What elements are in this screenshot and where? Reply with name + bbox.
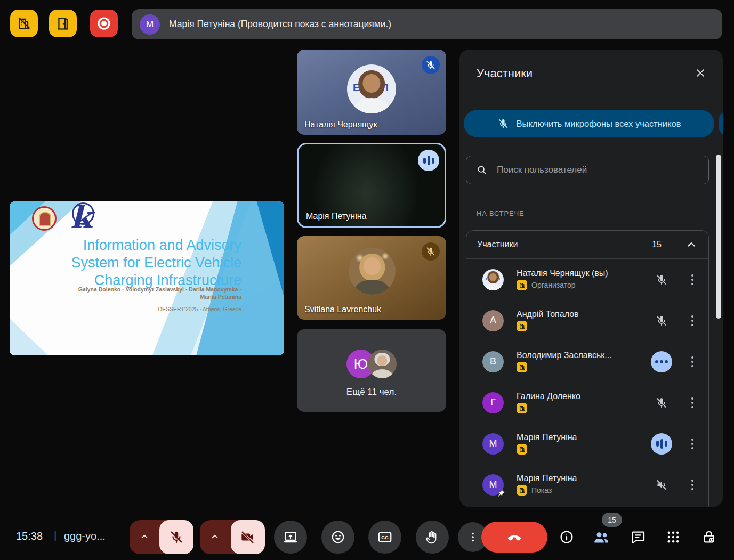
participants-panel: Участники Выключить микрофоны всех участ…	[459, 50, 723, 507]
avatar-photo	[349, 248, 396, 295]
video-tile-maria-speaking[interactable]: Марія Петуніна	[297, 143, 446, 228]
participant-name: Галина Доленко	[517, 392, 651, 401]
meeting-details-button[interactable]	[557, 527, 576, 547]
search-icon	[476, 164, 488, 176]
tile-name: Наталія Чернящук	[304, 120, 377, 129]
more-options-icon[interactable]	[686, 269, 699, 290]
chat-button[interactable]	[628, 527, 648, 547]
slide-venue: DESSERT'2025 · Athens, Greece	[66, 306, 241, 312]
shared-presentation[interactable]: k Information and Advisory System for El…	[10, 201, 284, 355]
group-title: Участники	[477, 240, 652, 249]
group-count: 15	[652, 240, 662, 249]
slide-title: Information and Advisory System for Elec…	[54, 237, 241, 290]
more-options-icon[interactable]	[686, 474, 699, 496]
present-screen-button[interactable]	[274, 521, 307, 554]
divider: |	[54, 529, 57, 541]
mic-off-icon	[651, 269, 672, 290]
captions-button[interactable]: CC	[368, 521, 401, 554]
end-call-button[interactable]	[481, 522, 547, 553]
participant-name: Володимир Заславськ...	[517, 351, 651, 360]
people-panel-button[interactable]	[592, 527, 611, 547]
university-seal-logo	[32, 206, 57, 231]
chevron-up-icon	[685, 238, 698, 251]
participant-row: Г Галина Доленко	[466, 382, 708, 423]
mic-off-icon	[651, 392, 672, 413]
companion-badge-icon	[517, 444, 527, 455]
more-options-icon[interactable]	[686, 392, 699, 413]
search-box	[466, 156, 709, 184]
mic-off-icon	[497, 118, 509, 129]
reactions-button[interactable]	[321, 521, 354, 554]
end-call-icon	[506, 529, 523, 546]
presenter-banner: M Марія Петуніна (Проводится показ с анн…	[132, 9, 722, 39]
audio-activity-indicator	[651, 351, 672, 372]
mute-all-more-button[interactable]	[719, 110, 723, 137]
mute-all-button[interactable]: Выключить микрофоны всех участников	[464, 110, 714, 137]
companion-badge-icon	[517, 362, 527, 372]
companion-badge-icon	[517, 280, 527, 290]
participant-row: В Володимир Заславськ...	[466, 341, 708, 382]
speaking-indicator	[651, 433, 672, 455]
people-count-badge: 15	[602, 513, 622, 527]
chevron-up-icon[interactable]	[209, 531, 221, 542]
apps-grid-icon	[666, 530, 681, 545]
host-controls-lock-icon	[701, 529, 717, 545]
door-icon	[55, 16, 70, 31]
more-options-icon[interactable]	[686, 351, 699, 372]
svg-text:CC: CC	[381, 535, 389, 540]
participant-name: Андрій Топалов	[517, 310, 651, 319]
participant-row: М Марія Петуніна	[466, 423, 708, 464]
participant-row: ЕРГ П Наталія Чернящук (вы) Организатор	[466, 259, 708, 300]
camera-control	[200, 520, 265, 554]
participant-role: Организатор	[531, 281, 576, 289]
chevron-up-icon[interactable]	[139, 531, 150, 542]
k-script-logo: k	[65, 201, 97, 237]
camera-off-button[interactable]	[231, 520, 265, 554]
panel-scrollbar[interactable]	[716, 155, 721, 319]
clock: 15:38	[16, 530, 43, 542]
mic-off-indicator	[422, 242, 440, 261]
present-icon	[283, 530, 298, 545]
emoji-icon	[330, 529, 346, 545]
companion-off-button[interactable]	[10, 10, 38, 37]
mic-off-icon	[651, 310, 672, 331]
avatar: В	[482, 351, 504, 372]
tile-name: Марія Петуніна	[306, 212, 366, 221]
more-options-icon[interactable]	[686, 310, 699, 331]
mic-control	[130, 520, 193, 554]
speaking-indicator	[418, 150, 439, 171]
meeting-code: ggg-yo...	[64, 530, 106, 542]
mic-off-indicator	[422, 56, 440, 74]
video-tile-natalia[interactable]: ЕРГ П Наталія Чернящук	[297, 50, 446, 135]
host-controls-button[interactable]	[699, 527, 719, 547]
activities-button[interactable]	[664, 527, 683, 547]
participant-name: Марія Петуніна	[517, 474, 651, 483]
more-people-label: Ещё 11 чел.	[297, 387, 446, 397]
tile-name: Svitlana Lavrenchuk	[304, 305, 381, 314]
raise-hand-button[interactable]	[416, 521, 449, 554]
slide-authors: Galyna Dolenko · Volodymyr Zaslavskyi · …	[66, 286, 241, 301]
panel-title: Участники	[477, 67, 533, 80]
audio-off-icon	[651, 474, 672, 496]
chat-icon	[630, 529, 646, 545]
close-icon[interactable]	[693, 66, 708, 80]
avatar-photo: ЕРГ П	[482, 269, 504, 290]
search-input[interactable]	[496, 164, 699, 176]
captions-icon: CC	[377, 529, 393, 545]
presenter-avatar: M	[140, 14, 160, 35]
avatar: М	[482, 433, 504, 455]
companion-badge-icon	[517, 485, 527, 496]
avatar-photo	[368, 350, 397, 378]
leave-room-button[interactable]	[49, 10, 77, 37]
participant-name: Марія Петуніна	[517, 433, 651, 442]
participant-name: Наталія Чернящук (вы)	[517, 269, 651, 278]
participant-row: М Марія Петуніна	[466, 464, 708, 505]
people-icon	[593, 529, 610, 546]
overflow-tile[interactable]: Ю Ещё 11 чел.	[297, 329, 446, 412]
participants-group-header[interactable]: Участники 15	[466, 231, 708, 259]
recording-button[interactable]	[90, 10, 118, 37]
mic-muted-button[interactable]	[159, 520, 193, 554]
more-options-icon[interactable]	[686, 433, 699, 455]
video-tile-svitlana[interactable]: Svitlana Lavrenchuk	[297, 236, 446, 320]
info-icon	[559, 529, 575, 545]
